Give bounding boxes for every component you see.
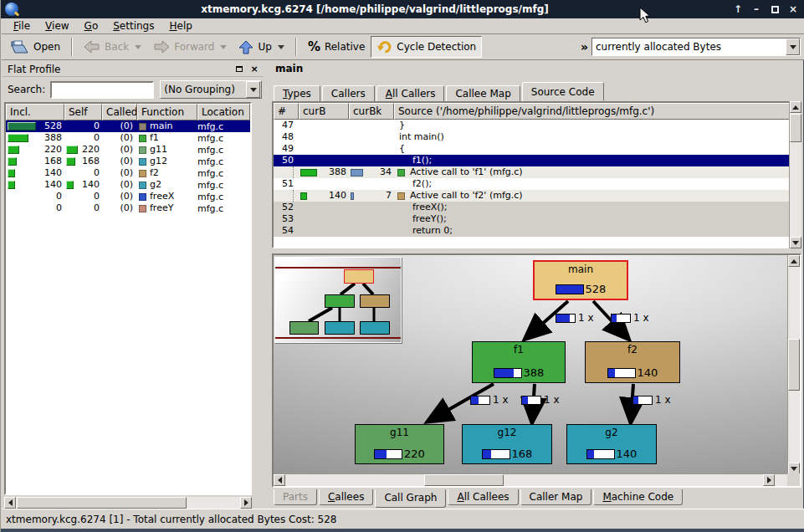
source-line[interactable]: 51 f2(); [274,178,800,190]
tab-all-callees[interactable]: All Callees [448,489,518,505]
scroll-down-icon[interactable] [790,237,801,248]
scroll-up-icon[interactable] [788,255,800,267]
cost-bar [66,157,75,166]
application-window: xtmemory.kcg.6274 [/home/philippe/valgri… [0,0,804,532]
table-row[interactable]: 528 0 (0) main mfg.c [6,120,250,132]
column-header-location[interactable]: Location [197,104,250,120]
source-line-selected[interactable]: 50 f1(); [274,155,800,166]
tab-parts[interactable]: Parts [274,489,317,505]
graph-node-g11[interactable]: g11 220 [355,424,444,464]
scrollbar-thumb[interactable] [424,474,504,486]
graph-vscrollbar[interactable] [787,255,800,474]
column-header-curbk[interactable]: curBk [349,103,394,120]
call-graph-canvas[interactable]: main 528 f1 388 f2 140 g11 220 g12 168 [274,255,787,474]
column-header-incl[interactable]: Incl. [6,104,64,120]
forward-button[interactable]: Forward [147,36,233,58]
tab-source-code[interactable]: Source Code [522,82,604,101]
graph-node-f1[interactable]: f1 388 [472,341,566,383]
dock-float-button[interactable] [233,64,245,75]
table-row[interactable]: 140 140 (0) g2 mfg.c [6,179,250,191]
scroll-left-icon[interactable] [274,474,285,486]
graph-node-f2[interactable]: f2 140 [585,341,680,383]
up-dropdown-icon[interactable] [278,45,284,49]
dock-close-button[interactable]: × [248,64,260,75]
tree-branch-icon [293,166,294,178]
menu-file[interactable]: File [7,19,37,33]
up-button[interactable]: Up [233,36,289,58]
combobox-arrow-icon[interactable] [786,38,800,55]
scrollbar-thumb[interactable] [790,114,801,142]
relative-button[interactable]: % Relative [302,36,371,58]
scroll-down-icon[interactable] [788,463,800,474]
grouping-combobox[interactable]: (No Grouping) [160,80,262,99]
menu-settings[interactable]: Settings [106,19,161,33]
table-row[interactable]: 140 0 (0) f2 mfg.c [6,167,250,179]
tab-callees[interactable]: Callees [319,489,373,505]
minimize-button[interactable]: – [750,3,763,16]
tab-types[interactable]: Types [274,85,320,101]
graph-node-g12[interactable]: g12 168 [462,424,552,464]
tab-call-graph[interactable]: Call Graph [375,489,446,508]
source-line[interactable]: 54 return 0; [274,225,800,237]
scroll-up-icon[interactable] [790,101,801,113]
scroll-right-icon[interactable] [763,474,775,486]
table-row[interactable]: 220 220 (0) g11 mfg.c [6,144,250,156]
close-button[interactable]: × [786,3,800,16]
source-line[interactable]: 49 { [274,143,800,155]
back-label: Back [105,41,129,53]
tab-all-callers[interactable]: All Callers [376,85,445,101]
shade-button[interactable]: ↑ [731,3,745,16]
grouping-arrow-icon[interactable] [246,81,260,98]
table-row[interactable]: 388 0 (0) f1 mfg.c [6,132,250,144]
graph-overview-minimap[interactable] [274,257,402,343]
event-type-combobox[interactable]: currently allocated Bytes [591,38,801,56]
scroll-left-icon[interactable] [4,497,16,509]
forward-dropdown-icon[interactable] [220,45,227,49]
tab-caller-map[interactable]: Caller Map [520,489,592,505]
column-header-self[interactable]: Self [64,104,102,120]
event-type-value: currently allocated Bytes [592,41,786,53]
menu-view[interactable]: View [38,19,75,33]
graph-node-g2[interactable]: g2 140 [566,424,657,464]
graph-hscrollbar[interactable] [274,473,787,486]
scroll-right-icon[interactable] [240,497,252,509]
cost-bar [482,449,510,459]
column-header-curb[interactable]: curB [299,103,349,120]
source-line[interactable]: 48 int main() [274,131,800,143]
source-vscrollbar[interactable] [789,101,801,248]
minimap-node-f2 [360,294,390,308]
table-row[interactable]: 0 0 (0) freeX mfg.c [6,191,250,202]
menu-go[interactable]: Go [78,19,105,33]
maximize-button[interactable] [768,3,781,16]
graph-node-main[interactable]: main 528 [533,260,628,300]
source-line[interactable]: 47 } [274,120,800,131]
column-header-source[interactable]: Source ('/home/philippe/valgrind/littlep… [394,103,800,120]
menu-help[interactable]: Help [162,19,198,33]
source-view: # curB curBk Source ('/home/philippe/val… [272,101,801,248]
window-title: xtmemory.kcg.6274 [/home/philippe/valgri… [18,3,731,15]
scrollbar-thumb[interactable] [17,497,187,509]
toolbar-overflow-icon[interactable]: » [581,40,588,54]
search-input[interactable] [50,81,154,99]
back-dropdown-icon[interactable] [135,45,141,49]
source-line[interactable]: 53 freeY(); [274,213,800,225]
open-button[interactable]: Open [5,36,66,58]
tab-callers[interactable]: Callers [322,85,375,101]
cycle-detection-button[interactable]: Cycle Detection [371,36,482,58]
source-line[interactable]: 52 freeX(); [274,202,800,213]
column-header-called[interactable]: Called [102,104,137,120]
tab-machine-code[interactable]: Machine Code [593,489,683,505]
scrollbar-thumb[interactable] [788,339,800,391]
table-row[interactable]: 168 168 (0) g12 mfg.c [6,156,250,167]
source-call-line[interactable]: 388 34 Active call to 'f1' (mfg.c) [274,166,800,178]
column-header-function[interactable]: Function [137,104,197,120]
table-row[interactable]: 0 0 (0) freeY mfg.c [6,202,250,214]
source-call-line[interactable]: 140 7 Active call to 'f2' (mfg.c) [274,190,800,202]
column-header-line[interactable]: # [274,103,299,120]
function-color-icon [139,205,146,212]
relative-label: Relative [325,41,365,53]
flat-profile-hscrollbar[interactable] [4,497,252,509]
back-button[interactable]: Back [78,36,147,58]
edge-label-main-f2: 1 x [611,312,649,324]
tab-callee-map[interactable]: Callee Map [446,85,520,101]
